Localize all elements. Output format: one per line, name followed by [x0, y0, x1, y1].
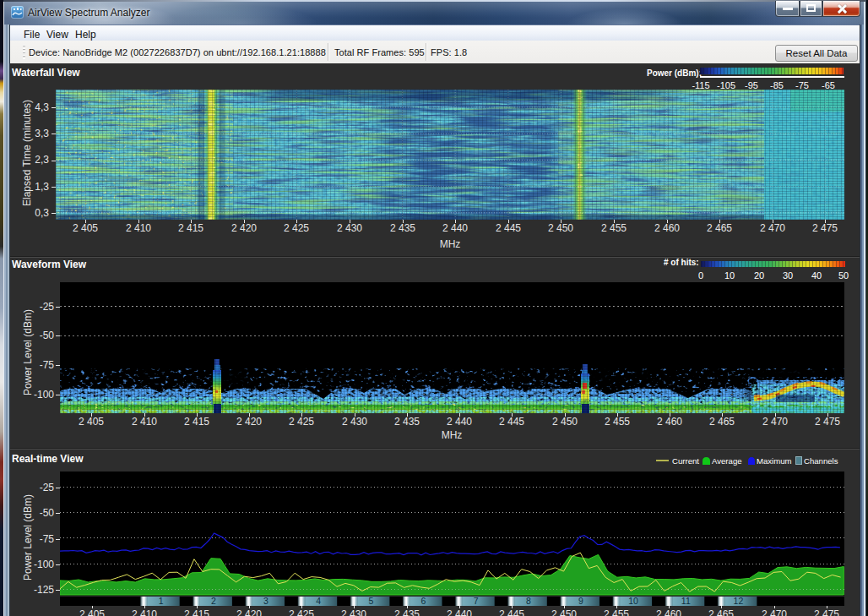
svg-text:7: 7	[474, 597, 479, 606]
svg-text:5: 5	[368, 597, 373, 606]
svg-text:11: 11	[681, 597, 691, 606]
svg-text:4: 4	[316, 597, 321, 606]
svg-text:1: 1	[159, 597, 164, 606]
svg-text:6: 6	[421, 597, 426, 606]
svg-text:8: 8	[526, 597, 531, 606]
svg-text:Average: Average	[712, 456, 742, 466]
svg-text:2: 2	[211, 597, 216, 606]
svg-text:10: 10	[628, 597, 638, 606]
svg-text:3: 3	[263, 597, 269, 606]
svg-text:12: 12	[734, 597, 744, 606]
svg-text:Maximum: Maximum	[757, 456, 792, 466]
svg-text:9: 9	[578, 597, 583, 606]
svg-text:Channels: Channels	[804, 456, 838, 466]
svg-text:Current: Current	[672, 456, 699, 466]
